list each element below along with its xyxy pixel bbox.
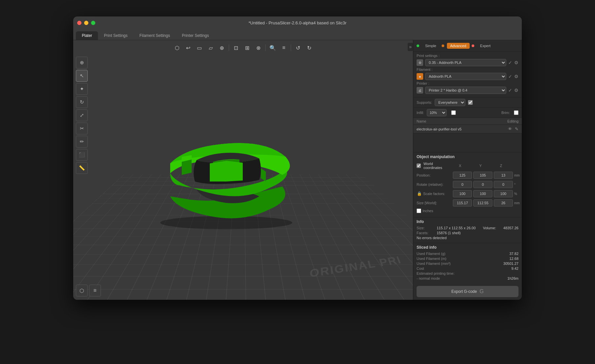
tab-printer-settings[interactable]: Printer Settings (176, 31, 215, 40)
support-btn[interactable]: ⬛ (76, 149, 88, 161)
manipulation-title: Object manipulation (417, 154, 518, 159)
add-btn[interactable]: ⊕ (217, 43, 227, 53)
tab-filament-settings[interactable]: Filament Settings (134, 31, 176, 40)
size-z-input[interactable] (494, 199, 513, 207)
arrange-btn[interactable]: ▭ (195, 43, 204, 53)
print-profile-select[interactable]: 0.35 - Addnorth PLA (425, 59, 506, 66)
filament-g-row: Used Filament (g) 37.82 (417, 252, 518, 256)
undo-btn[interactable]: ↺ (293, 43, 303, 53)
export-g-icon: G (480, 289, 484, 294)
printer-profile-select[interactable]: Printer 2 * Haribo @ 0.4 (425, 87, 506, 94)
simple-mode-btn[interactable]: Simple (422, 43, 440, 49)
search-btn[interactable]: 🔍 (268, 43, 278, 53)
add-object-btn[interactable]: ⬡ (172, 43, 182, 53)
supports-select[interactable]: Everywhere (435, 99, 465, 106)
nav-arrows: » (408, 43, 413, 51)
rotate-z-input[interactable] (494, 181, 513, 188)
maximize-button[interactable] (91, 21, 95, 25)
filament-label: Filament : (417, 68, 518, 71)
toolbar-sep-1 (229, 44, 229, 51)
world-coordinates-checkbox[interactable] (417, 163, 421, 168)
viewport[interactable]: ⬡ ↩ ▭ ▱ ⊕ ⊡ ⊞ ⊗ 🔍 ≡ ↺ ↻ ⊕ ↖ ✦ (73, 40, 413, 300)
filament-gear[interactable]: ⚙ (514, 74, 518, 79)
rotate-y-input[interactable] (473, 181, 492, 188)
position-z-input[interactable] (494, 172, 513, 179)
close-button[interactable] (77, 21, 81, 25)
nav-expand-btn[interactable]: » (409, 44, 412, 50)
scale-x-input[interactable] (453, 190, 472, 197)
scale-y-input[interactable] (473, 190, 492, 197)
size-y-input[interactable] (473, 199, 492, 207)
position-x-input[interactable] (453, 172, 472, 179)
edit-icon[interactable]: ✎ (515, 126, 518, 131)
copy-btn[interactable]: ▱ (206, 43, 216, 53)
supports-row: Supports: Everywhere (413, 98, 522, 108)
layers-view-btn[interactable]: ≡ (89, 285, 101, 296)
y-axis-label: Y (471, 164, 490, 168)
move-btn[interactable]: ✦ (76, 83, 88, 95)
supports-checkbox[interactable] (468, 100, 473, 105)
measure-btn[interactable]: 📏 (76, 162, 88, 174)
split-btn[interactable]: ⊡ (231, 43, 241, 53)
3d-view-btn[interactable]: ⬡ (76, 285, 88, 296)
inches-row: Inches (417, 209, 518, 213)
printer-profile-row: 🖨 Printer 2 * Haribo @ 0.4 ✓ ⚙ (417, 87, 518, 94)
rotate-x-input[interactable] (453, 181, 472, 188)
filament-g-label: Used Filament (g) (417, 252, 509, 256)
cut-tool-btn[interactable]: ✂ (76, 123, 88, 134)
expert-mode-btn[interactable]: Expert (477, 43, 494, 49)
x-axis-label: X (451, 164, 470, 168)
scale-btn[interactable]: ⤢ (76, 109, 88, 121)
printer-check[interactable]: ✓ (508, 88, 512, 93)
delete-btn[interactable]: ↩ (183, 43, 193, 53)
size-inputs: mm (453, 199, 521, 207)
tab-plater[interactable]: Plater (76, 31, 98, 40)
filament-mm3-label: Used Filament (mm³) (417, 262, 503, 266)
filament-m-label: Used Filament (m) (417, 257, 509, 261)
filament-check[interactable]: ✓ (508, 74, 512, 79)
infill-select[interactable]: 10% (427, 109, 447, 116)
navigate-btn[interactable]: ⊕ (76, 57, 88, 69)
filament-mm3-value: 30501.27 (503, 262, 518, 266)
tab-print-settings[interactable]: Print Settings (98, 31, 133, 40)
layers-btn[interactable]: ≡ (279, 43, 289, 53)
minimize-button[interactable] (84, 21, 88, 25)
position-unit: mm (514, 174, 521, 177)
cut-btn[interactable]: ⊞ (242, 43, 252, 53)
inches-checkbox[interactable] (417, 209, 421, 213)
advanced-dot (442, 44, 444, 47)
editing-column-header: Editing (507, 119, 518, 123)
print-settings-check[interactable]: ✓ (508, 60, 512, 65)
filament-profile-select[interactable]: Addnorth PLA (425, 73, 506, 80)
rotate-btn[interactable]: ↻ (76, 96, 88, 108)
brim-checkbox[interactable] (514, 110, 518, 115)
object-list-item[interactable]: electrolux-air-purifier-tool v5 👁 ✎ (413, 125, 522, 133)
scale-z-input[interactable] (494, 190, 513, 197)
paint-btn[interactable]: ⊗ (254, 43, 264, 53)
simple-dot (417, 44, 419, 47)
export-gcode-button[interactable]: Export G-code G (417, 286, 518, 297)
visibility-icon[interactable]: 👁 (508, 126, 512, 131)
top-toolbar: ⬡ ↩ ▭ ▱ ⊕ ⊡ ⊞ ⊗ 🔍 ≡ ↺ ↻ (172, 43, 314, 53)
z-axis-label: Z (491, 164, 511, 168)
advanced-mode-btn[interactable]: Advanced (447, 43, 470, 49)
size-info-label: Size: (417, 226, 435, 230)
printer-icon: 🖨 (417, 87, 423, 94)
printer-label: Printer : (417, 81, 518, 85)
object-manipulation-section: Object manipulation World coordinates X … (413, 152, 522, 217)
size-info-row: Size: 115.17 x 112.55 x 26.00 Volume: 48… (417, 226, 518, 230)
info-section: Info Size: 115.17 x 112.55 x 26.00 Volum… (413, 217, 522, 243)
infill-dropdown-check[interactable] (451, 110, 456, 115)
scale-lock-icon[interactable]: 🔒 (417, 191, 422, 196)
print-time-header-row: Estimated printing time: (417, 271, 518, 275)
size-x-input[interactable] (453, 199, 472, 207)
printer-gear[interactable]: ⚙ (514, 88, 518, 93)
print-settings-gear[interactable]: ⚙ (514, 60, 518, 65)
scale-label: Scale factors: (423, 192, 445, 196)
cost-value: 9.42 (512, 266, 518, 270)
paint-tool-btn[interactable]: ✏ (76, 136, 88, 148)
filament-g-value: 37.82 (509, 252, 518, 256)
select-btn[interactable]: ↖ (76, 70, 88, 82)
redo-btn[interactable]: ↻ (304, 43, 314, 53)
position-y-input[interactable] (473, 172, 492, 179)
